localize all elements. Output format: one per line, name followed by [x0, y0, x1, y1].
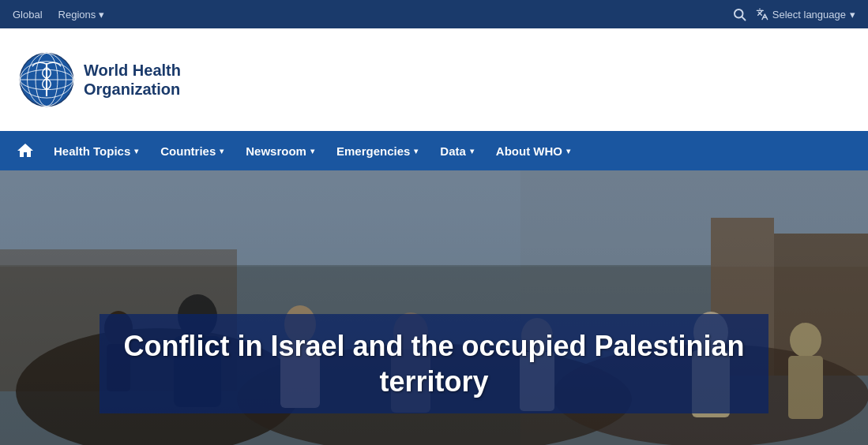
- language-chevron: ▾: [850, 9, 855, 21]
- health-topics-label: Health Topics: [54, 144, 130, 158]
- nav-item-newsroom: Newsroom ▾: [235, 131, 325, 170]
- logo-area: World Health Organization: [0, 28, 868, 131]
- language-button[interactable]: Select language ▾: [756, 8, 855, 21]
- emergencies-chevron: ▾: [414, 147, 418, 155]
- countries-button[interactable]: Countries ▾: [149, 131, 235, 170]
- emergencies-button[interactable]: Emergencies ▾: [325, 131, 429, 170]
- countries-label: Countries: [160, 144, 216, 158]
- svg-line-1: [742, 17, 745, 20]
- home-button[interactable]: [8, 141, 43, 160]
- top-bar-right: Select language ▾: [732, 7, 855, 21]
- newsroom-chevron: ▾: [310, 147, 314, 155]
- about-who-button[interactable]: About WHO ▾: [485, 131, 581, 170]
- nav-item-data: Data ▾: [429, 131, 485, 170]
- hero-section: Conflict in Israel and the occupied Pale…: [0, 170, 868, 445]
- countries-chevron: ▾: [220, 147, 224, 155]
- nav-item-countries: Countries ▾: [149, 131, 235, 170]
- search-icon: [732, 7, 746, 21]
- data-chevron: ▾: [470, 147, 474, 155]
- newsroom-label: Newsroom: [246, 144, 306, 158]
- main-nav: Health Topics ▾ Countries ▾ Newsroom ▾ E…: [0, 131, 868, 170]
- emergencies-label: Emergencies: [336, 144, 410, 158]
- nav-item-about-who: About WHO ▾: [485, 131, 581, 170]
- top-bar-left: Global Regions ▾: [13, 9, 104, 21]
- search-button[interactable]: [732, 7, 746, 21]
- regions-chevron: ▾: [99, 9, 104, 21]
- regions-label: Regions: [58, 9, 96, 21]
- about-who-label: About WHO: [496, 144, 562, 158]
- hero-title-area: Conflict in Israel and the occupied Pale…: [0, 314, 868, 413]
- nav-item-health-topics: Health Topics ▾: [43, 131, 149, 170]
- translate-icon: [756, 8, 768, 21]
- newsroom-button[interactable]: Newsroom ▾: [235, 131, 325, 170]
- top-bar: Global Regions ▾ Select language ▾: [0, 0, 868, 28]
- org-name: World Health Organization: [84, 61, 181, 99]
- data-label: Data: [440, 144, 466, 158]
- language-label: Select language: [772, 9, 846, 21]
- nav-items-list: Health Topics ▾ Countries ▾ Newsroom ▾ E…: [43, 131, 581, 170]
- regions-link[interactable]: Regions ▾: [58, 9, 105, 21]
- global-link[interactable]: Global: [13, 9, 43, 21]
- nav-item-emergencies: Emergencies ▾: [325, 131, 429, 170]
- data-button[interactable]: Data ▾: [429, 131, 485, 170]
- who-logo-link[interactable]: World Health Organization: [19, 52, 181, 107]
- home-icon: [16, 141, 35, 160]
- about-who-chevron: ▾: [566, 147, 570, 155]
- who-emblem: [19, 52, 74, 107]
- hero-title: Conflict in Israel and the occupied Pale…: [123, 328, 744, 399]
- health-topics-button[interactable]: Health Topics ▾: [43, 131, 149, 170]
- hero-title-background: Conflict in Israel and the occupied Pale…: [100, 314, 768, 413]
- health-topics-chevron: ▾: [134, 147, 138, 155]
